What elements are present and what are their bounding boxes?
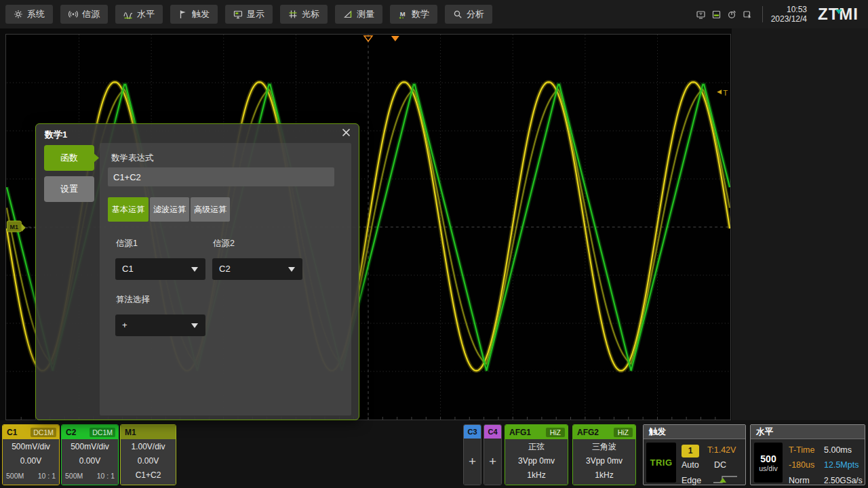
c1-offset: 0.00V (3, 454, 59, 468)
afg2-box[interactable]: AFG2 HiZ 三角波 3Vpp 0mv 1kHz (572, 424, 636, 485)
menu-label: 系统 (27, 8, 45, 20)
network-display-icon (696, 9, 706, 20)
channel-c4-box[interactable]: C4 + (484, 424, 502, 485)
c1-bandwidth: 500M (6, 468, 24, 483)
tab-settings[interactable]: 设置 (44, 176, 94, 202)
c1-header: C1 DC1M (3, 425, 59, 439)
afg1-waveform: 正弦 (505, 440, 568, 454)
source1-dropdown[interactable]: C1 (115, 258, 205, 280)
m1-offset: 0.00V (121, 454, 176, 468)
trigger-source-badge[interactable]: 1 (682, 445, 699, 458)
channel-c1-box[interactable]: C1 DC1M 500mV/div 0.00V 500M 10 : 1 (2, 424, 60, 485)
trigger-status-box[interactable]: TRIG (646, 443, 676, 483)
flag-icon (178, 9, 188, 19)
trigger-coupling[interactable]: DC (714, 460, 726, 470)
menu-display[interactable]: 显示 (225, 5, 273, 24)
afg2-waveform: 三角波 (573, 440, 635, 454)
operator-dropdown[interactable]: + (115, 314, 205, 336)
menu-analysis[interactable]: 分析 (445, 5, 492, 24)
source2-label: 信源2 (213, 238, 235, 249)
channel-c3-box[interactable]: C3 + (463, 424, 481, 485)
trigger-level-value[interactable]: T:1.42V (707, 445, 736, 455)
t-time-label: T-Time (789, 445, 814, 455)
horizontal-panel[interactable]: 水平 500 us/div T-Time 5.00ms -180us 12.5M… (750, 424, 865, 485)
menu-trigger[interactable]: 触发 (170, 5, 218, 24)
c2-coupling-badge: DC1M (90, 428, 115, 437)
menu-label: 数学 (412, 8, 429, 20)
tab-function[interactable]: 函数 (44, 145, 94, 171)
menu-cursor[interactable]: 光标 (280, 5, 328, 24)
bottom-status-bar: C1 DC1M 500mV/div 0.00V 500M 10 : 1 C2 D… (0, 420, 868, 488)
topbar-right: 10:53 2023/12/4 ZTMI (696, 5, 859, 24)
rising-edge-icon (711, 474, 740, 485)
wave-icon (123, 9, 133, 19)
tab-basic-operation[interactable]: 基本运算 (108, 197, 149, 222)
channel-c2-box[interactable]: C2 DC1M 500mV/div 0.00V 500M 10 : 1 (61, 424, 119, 485)
close-icon[interactable] (340, 127, 352, 140)
brand-logo: ZTMI (818, 5, 859, 24)
c3-add: + (464, 439, 481, 485)
c1-coupling-badge: DC1M (31, 428, 56, 437)
timebase-value: 500 (760, 453, 776, 464)
afg1-id: AFG1 (509, 428, 531, 437)
chevron-down-icon (191, 323, 198, 328)
trigger-level-marker[interactable]: T (717, 89, 728, 97)
svg-text:M: M (400, 10, 406, 18)
menu-label: 显示 (247, 8, 264, 20)
menu-math[interactable]: M 数学 (390, 5, 437, 24)
clock-time: 10:53 (771, 5, 807, 14)
touch-icon (743, 9, 753, 20)
mouse-icon (727, 9, 737, 20)
delay-value[interactable]: -180us (789, 460, 814, 470)
menu-label: 光标 (302, 8, 319, 20)
trigger-panel[interactable]: 触发 TRIG 1 T:1.42V Auto DC Edge (643, 424, 746, 485)
channel-m1-box[interactable]: M1 1.00V/div 0.00V C1+C2 (120, 424, 176, 485)
m1-tag-label: M1 (10, 224, 18, 230)
math-icon: M (398, 9, 408, 19)
m1-header: M1 (121, 425, 176, 439)
chevron-down-icon (191, 267, 198, 272)
expression-label: 数学表达式 (111, 152, 154, 164)
c2-probe: 10 : 1 (97, 468, 115, 483)
cursor-grid-icon (288, 9, 298, 19)
gear-icon (14, 9, 23, 19)
menu-source[interactable]: 信源 (60, 5, 108, 24)
c2-offset: 0.00V (62, 454, 118, 468)
afg1-amplitude: 3Vpp 0mv (505, 454, 568, 468)
afg2-impedance-badge: HiZ (614, 428, 633, 437)
clock: 10:53 2023/12/4 (771, 5, 807, 24)
timebase-box[interactable]: 500 us/div (754, 443, 783, 483)
trigger-position-marker[interactable] (391, 36, 399, 41)
acquisition-mode[interactable]: Norm (789, 476, 810, 485)
m1-level-tag[interactable]: M1 (7, 221, 37, 232)
c2-header: C2 DC1M (62, 425, 118, 439)
measure-triangle-icon (343, 9, 353, 19)
c1-probe: 10 : 1 (38, 468, 56, 483)
trigger-status: TRIG (650, 458, 672, 468)
status-icons (696, 9, 753, 20)
math1-dialog: 数学1 函数 设置 数学表达式 基本运算 滤波运算 高级运算 信源1 信源2 (35, 123, 359, 420)
topbar-divider (762, 6, 763, 22)
magnifier-icon (453, 9, 462, 19)
trigger-mode[interactable]: Auto (682, 460, 699, 470)
menu-label: 触发 (192, 8, 210, 20)
tab-filter-operation[interactable]: 滤波运算 (150, 197, 189, 222)
logo-triangle (835, 9, 842, 14)
memory-depth[interactable]: 12.5Mpts (824, 460, 859, 470)
trigger-type[interactable]: Edge (682, 476, 701, 485)
source2-dropdown[interactable]: C2 (212, 258, 302, 280)
clock-date: 2023/12/4 (771, 14, 807, 24)
expression-input[interactable] (108, 167, 334, 186)
trigger-level-arrow-icon (717, 89, 722, 94)
t-time-value: 5.00ms (824, 445, 852, 455)
menu-system[interactable]: 系统 (5, 5, 53, 24)
menu-horizontal[interactable]: 水平 (115, 5, 163, 24)
afg2-id: AFG2 (577, 428, 599, 437)
trigger-level-label: T (723, 89, 728, 97)
m1-scale: 1.00V/div (121, 440, 176, 454)
monitor-icon (233, 9, 243, 19)
dialog-title: 数学1 (45, 129, 67, 141)
menu-measure[interactable]: 测量 (335, 5, 382, 24)
tab-advanced-operation[interactable]: 高级运算 (191, 197, 230, 222)
afg1-box[interactable]: AFG1 HiZ 正弦 3Vpp 0mv 1kHz (505, 424, 568, 485)
